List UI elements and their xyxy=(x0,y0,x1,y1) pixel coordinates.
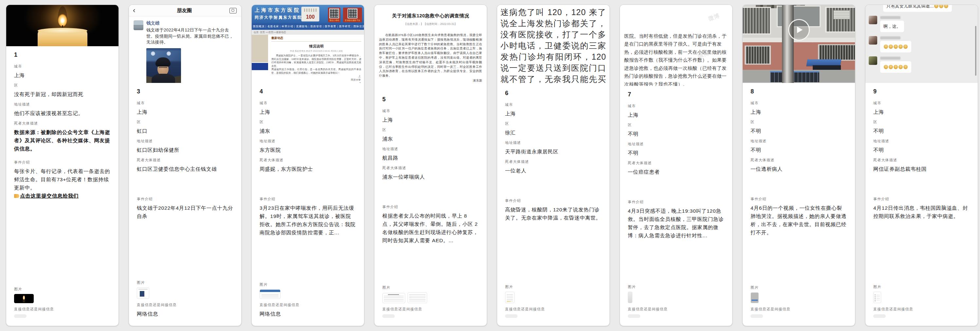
attachment-thumbnail[interactable] xyxy=(407,292,427,303)
pray-emoji-icon xyxy=(934,5,939,8)
field-deceased: 死者大体描述 数据来源：被删除的公众号文章《上海逝者》及其评论区、各种社交媒体、… xyxy=(14,121,111,156)
hospital-name: 上海市东方医院 xyxy=(255,7,301,13)
field-label: 城市 xyxy=(137,101,233,106)
section-title: 最新动态 xyxy=(271,36,361,42)
site-navigation[interactable]: 医院概况｜名医名家｜科室介绍｜党建园地｜医政管理｜医学教育｜医学研究｜国际交流｜… xyxy=(252,23,364,30)
card-cover-text-screenshot[interactable]: 迷病危了叫 120，120 来了说全上海发热门诊都关了，没有医院接收，打了一个多… xyxy=(497,5,609,85)
submit-info-link[interactable]: 点击这里提交信息给我们 xyxy=(14,193,78,198)
play-button-icon[interactable] xyxy=(788,19,810,41)
field-value: 上海 xyxy=(751,108,847,116)
field-district: 区 浦东 xyxy=(382,128,479,143)
card-body: 6 城市 上海 区 徐汇 地址描述 天平路街道永康居民区 死者大体描述 一位老人… xyxy=(497,85,609,326)
attachment-thumbnail[interactable] xyxy=(259,289,280,299)
field-value: 4月3日突感不适，晚上19:30叫了120急救。当时面临全员核酸，三甲医院门急诊… xyxy=(628,207,724,243)
field-label: 城市 xyxy=(259,101,356,106)
field-label: 死者大体描述 xyxy=(14,121,111,126)
record-card[interactable]: ‹ 朋友圈 钱文雄 钱文雄于2022年4月12日下午一点十九分去世。疫情期间一切… xyxy=(129,5,242,326)
metal-pole xyxy=(782,5,794,83)
field-label: 城市 xyxy=(382,109,479,114)
field-label: 地址描述 xyxy=(137,139,233,144)
field-city: 城市 上海 xyxy=(505,102,601,118)
card-number: 5 xyxy=(382,96,479,103)
field-label: 图片 xyxy=(137,280,233,285)
field-deceased: 死者大体描述 一位老人 xyxy=(505,159,601,195)
field-value: 上海 xyxy=(505,109,601,118)
attachment-thumbnail[interactable] xyxy=(505,292,515,303)
field-images: 图片 xyxy=(382,285,479,303)
card-number: 4 xyxy=(259,88,356,95)
announcement-signature: 上 xyxy=(271,75,361,78)
field-label: 城市 xyxy=(14,64,111,69)
field-event: 事件介绍 4月3日突感不适，晚上19:30叫了120急救。当时面临全员核酸，三甲… xyxy=(628,200,724,243)
scrollbar[interactable] xyxy=(975,26,977,76)
field-info-type: 直接信息还是间接信息 xyxy=(505,307,601,318)
field-district: 区 不明 xyxy=(751,120,847,135)
record-card[interactable]: 迷病危了叫 120，120 来了说全上海发热门诊都关了，没有医院接收，打了一个多… xyxy=(497,5,610,326)
record-card[interactable]: 只有其女儿眼见其病逝... 啊，这。 xyxy=(865,5,978,326)
report-title: 关于对浦东120急救中心的调查情况 xyxy=(379,13,482,19)
record-card[interactable]: 微博 微博 医院。当时有些低烧，但是发热门诊在消杀，于是在门口的黑夜里等待了很久… xyxy=(620,5,733,326)
card-number: 6 xyxy=(505,90,601,97)
attachment-thumbnail[interactable] xyxy=(751,292,759,303)
field-label: 直接信息还是间接信息 xyxy=(505,307,601,312)
field-images: 图片 xyxy=(628,285,724,303)
record-card[interactable]: 上海市东方医院 同济大学附属东方医院 100 微信二维码 患者移动服务平台 医 xyxy=(251,5,364,326)
field-value: 他们不应该被漠视甚至忘记。 xyxy=(14,109,111,117)
field-info-type: 直接信息还是间接信息 网络信息 xyxy=(137,302,233,318)
field-district: 区 虹口 xyxy=(137,120,233,135)
card-cover-hospital-website[interactable]: 上海市东方医院 同济大学附属东方医院 100 微信二维码 患者移动服务平台 医 xyxy=(252,5,364,83)
field-images: 图片 xyxy=(14,287,111,303)
field-value: 上海 xyxy=(14,71,111,79)
card-body: 1 城市 上海 区 没有死于新冠，却因新冠而死 地址描述 他们不应该被漠视甚至忘… xyxy=(6,46,118,326)
field-label: 死者大体描述 xyxy=(505,159,601,164)
field-label: 区 xyxy=(14,83,111,88)
field-value: 上海 xyxy=(873,108,970,116)
attachment-thumbnail[interactable] xyxy=(873,292,881,303)
attachment-thumbnail[interactable] xyxy=(137,288,149,299)
back-icon[interactable]: ‹ xyxy=(129,6,139,15)
field-city: 城市 上海 xyxy=(873,101,970,116)
attachment-thumbnail[interactable] xyxy=(628,292,632,303)
field-value: 浦东 xyxy=(259,127,356,135)
field-value: 不明 xyxy=(751,146,847,154)
record-card[interactable]: 8 城市 上海 区 不明 地址描述 不明 死者大体描述 一位透析病人 事件介绍 … xyxy=(742,5,855,326)
field-label: 事件介绍 xyxy=(505,198,601,203)
chat-sender-name-blurred xyxy=(880,57,900,60)
field-event: 事件介绍 根据患者女儿公布的时间线，早上 8 点，其父哮喘发作、晕倒。随后，小区… xyxy=(382,205,479,248)
field-info-type: 直接信息还是间接信息 xyxy=(751,307,847,318)
field-value: 网络信息 xyxy=(137,310,233,318)
field-label: 死者大体描述 xyxy=(259,158,356,163)
announcement-signature: 2 xyxy=(271,82,361,83)
field-deceased: 死者大体描述 一位癌症患者 xyxy=(628,161,724,196)
card-cover-video-still[interactable] xyxy=(743,5,855,83)
field-label: 区 xyxy=(137,120,233,125)
site-header: 上海市东方医院 同济大学附属东方医院 100 微信二维码 患者移动服务平台 xyxy=(252,5,364,23)
field-label: 死者大体描述 xyxy=(137,158,233,163)
field-event: 事件介绍 4月6日的一个视频，一位女性在撕心裂肺地哭泣。据视频描述，她的亲人要做… xyxy=(751,197,847,240)
card-cover-wechat-chat[interactable]: 只有其女儿眼见其病逝... 啊，这。 xyxy=(865,5,978,83)
card-cover-weibo-screenshot[interactable]: 微博 微博 医院。当时有些低烧，但是发热门诊在消杀，于是在门口的黑夜里等待了很久… xyxy=(620,5,732,86)
announcement-body: 周盛妮为我院护士，一直在院内从事护理相关工作。3月23日在家中哮喘发作，用药后无… xyxy=(271,54,361,75)
camera-icon[interactable] xyxy=(229,8,237,13)
field-label: 地址描述 xyxy=(873,139,970,144)
field-address: 地址描述 不明 xyxy=(751,139,847,154)
field-district: 区 徐汇 xyxy=(505,121,601,137)
field-deceased: 死者大体描述 浦东一位哮喘病人 xyxy=(382,165,479,201)
field-label: 区 xyxy=(259,120,356,125)
field-value: 天平路街道永康居民区 xyxy=(505,147,601,156)
weibo-watermark: 微博 xyxy=(707,12,721,23)
field-label: 区 xyxy=(628,123,724,128)
attachment-thumbnail[interactable] xyxy=(14,294,34,303)
avatar xyxy=(869,56,877,65)
attachment-thumbnail[interactable] xyxy=(382,293,405,303)
record-card[interactable]: 1 城市 上海 区 没有死于新冠，却因新冠而死 地址描述 他们不应该被漠视甚至忘… xyxy=(6,5,119,326)
field-label: 城市 xyxy=(751,101,847,106)
announcement-title: 情况说明 xyxy=(271,44,361,49)
chat-sender-name-blurred xyxy=(880,16,900,19)
card-cover-report-document[interactable]: 关于对浦东120急救中心的调查情况 【信息来源：】【信息时间：2022-03-3… xyxy=(374,5,487,91)
field-label: 图片 xyxy=(505,285,601,289)
card-cover-candle-photo[interactable] xyxy=(6,5,118,46)
card-cover-wechat-moments[interactable]: ‹ 朋友圈 钱文雄 钱文雄于2022年4月12日下午一点十九分去世。疫情期间一切… xyxy=(129,5,241,83)
record-card[interactable]: 关于对浦东120急救中心的调查情况 【信息来源：】【信息时间：2022-03-3… xyxy=(374,5,487,326)
field-label: 直接信息还是间接信息 xyxy=(628,307,724,312)
